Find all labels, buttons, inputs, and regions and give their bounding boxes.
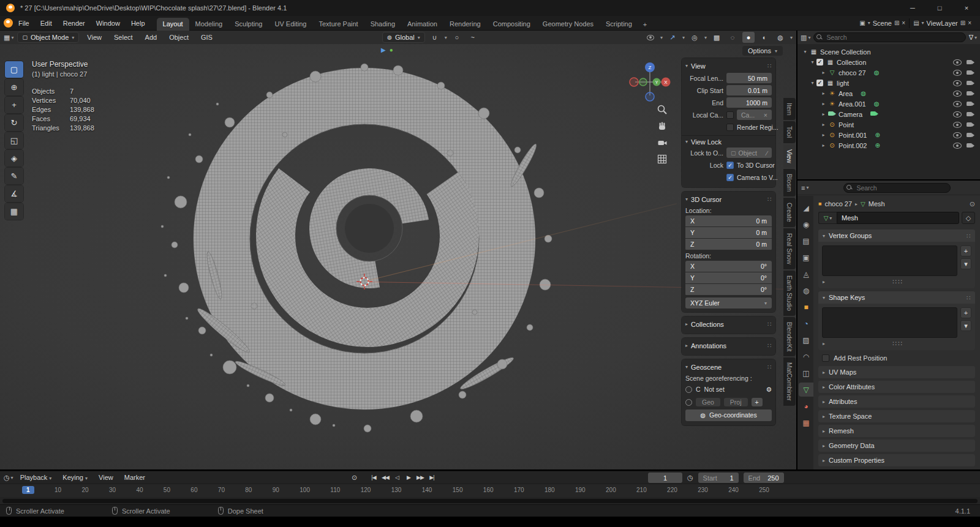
disclosure-icon[interactable]: ▸ [820,70,827,75]
frame-tick[interactable]: 140 [422,487,432,493]
disable-in-renders-icon[interactable] [967,70,975,75]
disable-in-renders-icon[interactable] [967,122,975,127]
breadcrumb-object[interactable]: choco 27 [824,200,852,207]
overlays-toggle-icon[interactable]: ◎ [688,32,701,43]
workspace-tab[interactable]: Scripting [600,18,638,31]
asset-sphere-icon[interactable]: ● [390,47,393,53]
hide-in-viewport-icon[interactable] [953,122,962,128]
drag-grip-icon[interactable]: ∷ [967,233,971,239]
frame-tick[interactable]: 230 [698,487,708,493]
frame-tick[interactable]: 250 [759,487,769,493]
gizmo-arrow-icon[interactable]: ▶ [381,47,386,53]
view-menu[interactable]: View [94,473,118,482]
sidebar-tab[interactable]: MatCombiner [783,357,796,406]
frame-tick[interactable]: 150 [453,487,463,493]
frame-tick[interactable]: 130 [391,487,402,493]
sidebar-tab[interactable]: View [783,144,796,168]
app-menu-icon[interactable] [4,18,13,28]
workspace-tab[interactable]: Modeling [189,18,229,31]
frame-tick[interactable]: 40 [136,487,143,493]
move-view-hand-icon[interactable] [657,121,668,132]
geo-button[interactable]: Geo [696,398,720,406]
add-workspace-button[interactable]: + [638,18,652,31]
clip-end-field[interactable]: 1000 m [726,97,772,108]
frame-tick[interactable]: 90 [273,487,279,493]
hide-in-viewport-icon[interactable] [953,143,962,149]
new-viewlayer-icon[interactable]: ⊞ [960,20,965,26]
drag-grip-icon[interactable]: ∷ [767,62,772,69]
gizmos-dropdown[interactable]: ▾ [682,35,685,40]
vertex-group-specials-dropdown[interactable]: ▾ [960,258,971,269]
marker-menu[interactable]: Marker [120,473,149,482]
collection-exclude-checkbox[interactable]: ✓ [816,59,823,65]
proj-button[interactable]: Proj [724,398,748,406]
drag-grip-icon[interactable]: ∷ [767,364,772,370]
properties-tab[interactable]: ◉ [799,217,813,231]
collapsed-panel[interactable]: ▸Remesh [818,425,975,437]
add-shape-key-button[interactable]: + [960,307,971,318]
properties-tab[interactable]: ◕ [799,399,813,413]
shading-rendered-button[interactable]: ◍ [774,32,786,43]
hide-in-viewport-icon[interactable] [953,111,962,118]
vertex-groups-list[interactable] [822,245,957,276]
hide-in-viewport-icon[interactable] [953,91,962,97]
collection-exclude-checkbox[interactable]: ✓ [816,80,823,86]
playback-button[interactable]: ▶| [427,472,437,483]
auto-keying-icon[interactable]: ⊙ [349,472,359,483]
geo-coordinates-button[interactable]: ◍Geo-coordinates [685,409,772,421]
menubar-menu[interactable]: Render [58,18,91,29]
tool-button[interactable]: ◱ [5,132,23,149]
frame-tick[interactable]: 80 [245,487,252,493]
mode-dropdown[interactable]: ▢Object Mode▾ [17,32,79,43]
render-region-checkbox[interactable] [726,124,734,131]
collapsed-panel[interactable]: ▸Custom Properties [818,454,975,466]
panel-header-geoscene[interactable]: ▾Geoscene∷ [685,361,772,373]
workspace-tab[interactable]: Texture Paint [312,18,364,31]
disable-in-renders-icon[interactable] [967,80,975,86]
frame-tick[interactable]: 160 [483,487,494,493]
viewport-menu[interactable]: View [83,32,106,42]
outliner-row-point-001[interactable]: ▸ ⊙ Point.001 ⊕ [797,130,980,140]
options-dropdown[interactable]: Options▾ [742,46,783,56]
properties-search-input[interactable] [843,183,951,193]
sidebar-tab[interactable]: Item [783,98,796,120]
outliner-row-scene-collection[interactable]: ▾ ▦ Scene Collection [797,47,980,57]
properties-tab[interactable]: ◬ [799,267,813,281]
properties-tab[interactable]: ◫ [799,366,813,380]
tool-button[interactable]: ↻ [5,114,23,131]
clock-icon[interactable]: ◷ [687,474,693,482]
editor-type-selector[interactable]: ◷▾ [4,474,13,482]
workspace-tab[interactable]: Rendering [443,18,487,31]
filter-icon[interactable]: ∇▾ [969,34,977,42]
workspace-tab[interactable]: Animation [401,18,443,31]
timeline-ruler[interactable]: 1102030405060708090100110120130140150160… [0,484,980,497]
disclosure-icon[interactable]: ▸ [820,91,827,96]
hide-in-viewport-icon[interactable] [953,70,962,76]
menubar-menu[interactable]: Window [91,18,126,29]
hide-in-viewport-icon[interactable] [953,80,962,86]
transform-orientation-dropdown[interactable]: ◍Global▾ [382,32,425,43]
outliner-row-point[interactable]: ▸ ⊙ Point [797,119,980,130]
properties-tab[interactable]: ■ [799,300,813,314]
cursor-location-field[interactable]: Y0 m [685,227,772,238]
frame-tick[interactable]: 200 [606,487,616,493]
outliner-search-input[interactable] [813,32,965,42]
drag-grip-icon[interactable]: ∷ [767,321,772,327]
frame-tick[interactable]: 10 [55,487,61,493]
shading-dropdown[interactable]: ▾ [790,35,793,40]
clear-icon[interactable]: × [764,111,767,119]
list-filter-disclosure-icon[interactable]: ▸ [823,341,825,346]
cursor-rotation-field[interactable]: Z0° [685,284,772,295]
proj-radio[interactable] [685,399,692,406]
playback-button[interactable]: |◀ [369,472,379,483]
panel-header-annotations[interactable]: ▸Annotations∷ [685,340,772,351]
collapsed-panel[interactable]: ▸UV Maps [818,366,975,378]
hide-in-viewport-icon[interactable] [953,59,962,65]
panel-header-view[interactable]: ▾View∷ [685,60,772,72]
shading-solid-button[interactable]: ● [742,32,755,43]
frame-tick[interactable]: 210 [636,487,647,493]
editor-type-selector[interactable]: ▥▾ [801,34,810,42]
outliner-row-choco27[interactable]: ▸ ▽ choco 27 ◍ [797,67,980,78]
viewport-menu[interactable]: Add [141,32,162,42]
focal-length-field[interactable]: 50 mm [726,73,772,83]
